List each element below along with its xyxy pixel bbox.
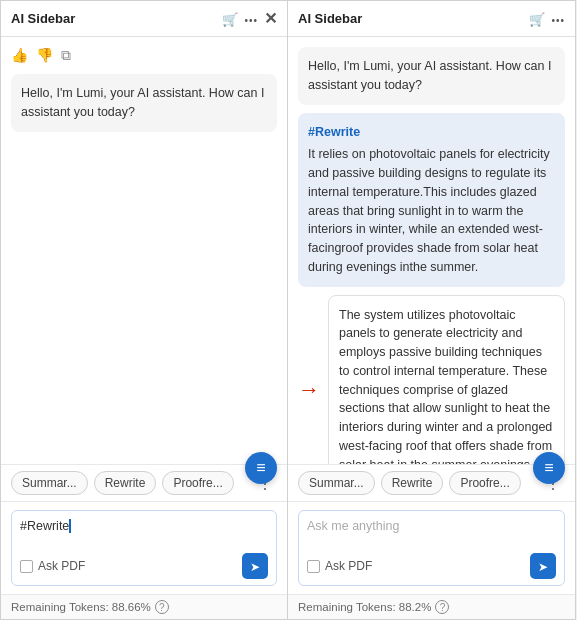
right-panel-header: AI Sidebar [288, 1, 575, 37]
left-panel: AI Sidebar ✕ 👍 👎 ⧉ Hello, I'm Lumi, your… [0, 0, 288, 620]
send-button-left[interactable] [242, 553, 268, 579]
right-input-footer: Ask PDF [307, 553, 556, 579]
more-options-icon[interactable] [244, 12, 258, 26]
cart-icon-right[interactable] [529, 12, 545, 26]
proofread-button-right[interactable]: Proofre... [449, 471, 520, 495]
help-icon-right[interactable]: ? [435, 600, 449, 614]
dislike-icon[interactable]: 👎 [36, 47, 53, 64]
right-input-text[interactable]: Ask me anything [307, 517, 556, 547]
left-remaining-tokens: Remaining Tokens: 88.66% ? [1, 594, 287, 619]
arrow-row: → The system utilizes photovoltaic panel… [298, 295, 565, 465]
cart-icon[interactable] [222, 12, 238, 26]
close-icon[interactable]: ✕ [264, 9, 277, 28]
right-chat-area: Hello, I'm Lumi, your AI assistant. How … [288, 37, 575, 464]
proofread-button-left[interactable]: Proofre... [162, 471, 233, 495]
left-chat-area: 👍 👎 ⧉ Hello, I'm Lumi, your AI assistant… [1, 37, 287, 464]
send-icon-left [250, 559, 260, 574]
send-button-right[interactable] [530, 553, 556, 579]
doc-fab-left[interactable] [245, 452, 277, 484]
left-panel-header: AI Sidebar ✕ [1, 1, 287, 37]
rewrite-tag: #Rewrite [308, 123, 555, 142]
ask-pdf-left[interactable]: Ask PDF [20, 559, 85, 573]
assistant-greeting-left: Hello, I'm Lumi, your AI assistant. How … [11, 74, 277, 132]
rewrite-result: The system utilizes photovoltaic panels … [328, 295, 565, 465]
left-input-text[interactable]: #Rewrite [20, 517, 268, 547]
right-panel: AI Sidebar Hello, I'm Lumi, your AI assi… [288, 0, 576, 620]
left-input-box[interactable]: #Rewrite Ask PDF [11, 510, 277, 586]
left-panel-title: AI Sidebar [11, 11, 222, 26]
ask-pdf-checkbox-right[interactable] [307, 560, 320, 573]
summarize-button-left[interactable]: Summar... [11, 471, 88, 495]
summarize-button-right[interactable]: Summar... [298, 471, 375, 495]
rewrite-block: #Rewrite It relies on photovoltaic panel… [298, 113, 565, 287]
doc-fab-icon-left [256, 459, 265, 477]
copy-icon[interactable]: ⧉ [61, 47, 71, 64]
right-remaining-tokens: Remaining Tokens: 88.2% ? [288, 594, 575, 619]
message-actions: 👍 👎 ⧉ [11, 47, 277, 64]
ask-pdf-right[interactable]: Ask PDF [307, 559, 372, 573]
doc-fab-right[interactable] [533, 452, 565, 484]
more-options-icon-right[interactable] [551, 12, 565, 26]
help-icon-left[interactable]: ? [155, 600, 169, 614]
right-header-icons [529, 12, 565, 26]
left-input-area: #Rewrite Ask PDF [1, 501, 287, 594]
send-icon-right [538, 559, 548, 574]
left-header-icons: ✕ [222, 9, 277, 28]
rewrite-button-left[interactable]: Rewrite [94, 471, 157, 495]
left-input-footer: Ask PDF [20, 553, 268, 579]
red-arrow-icon: → [298, 377, 320, 403]
assistant-greeting-right: Hello, I'm Lumi, your AI assistant. How … [298, 47, 565, 105]
left-cursor [69, 519, 71, 533]
rewrite-button-right[interactable]: Rewrite [381, 471, 444, 495]
like-icon[interactable]: 👍 [11, 47, 28, 64]
right-input-area: Ask me anything Ask PDF [288, 501, 575, 594]
right-quick-buttons: Summar... Rewrite Proofre... ⋮ [288, 464, 575, 501]
ask-pdf-checkbox-left[interactable] [20, 560, 33, 573]
doc-fab-icon-right [544, 459, 553, 477]
right-input-box[interactable]: Ask me anything Ask PDF [298, 510, 565, 586]
right-panel-title: AI Sidebar [298, 11, 529, 26]
